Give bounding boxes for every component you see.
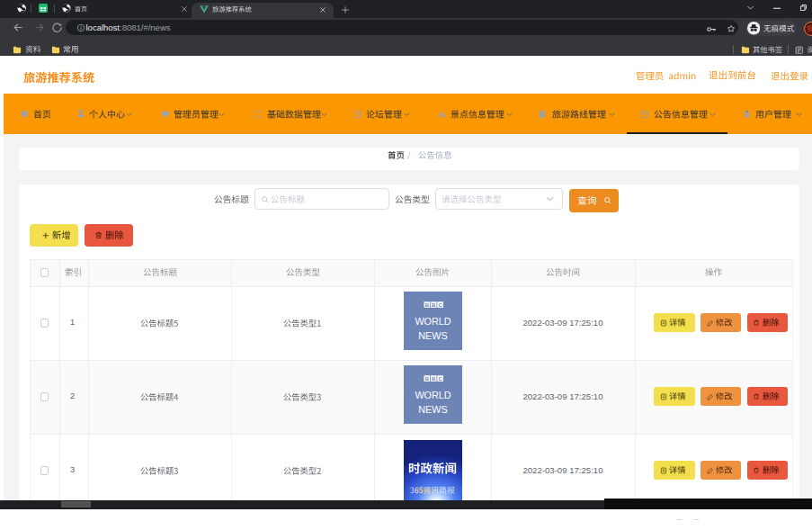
svg-text:B: B [432,376,436,382]
svg-text:WORLD: WORLD [415,390,451,400]
svg-text:B: B [432,302,436,308]
svg-text:B: B [424,302,429,308]
svg-text:B: B [424,376,429,382]
svg-text:NEWS: NEWS [418,330,447,341]
svg-text:C: C [438,302,442,308]
svg-text:WORLD: WORLD [415,316,451,327]
svg-text:C: C [438,376,442,382]
svg-text:NEWS: NEWS [418,404,447,415]
